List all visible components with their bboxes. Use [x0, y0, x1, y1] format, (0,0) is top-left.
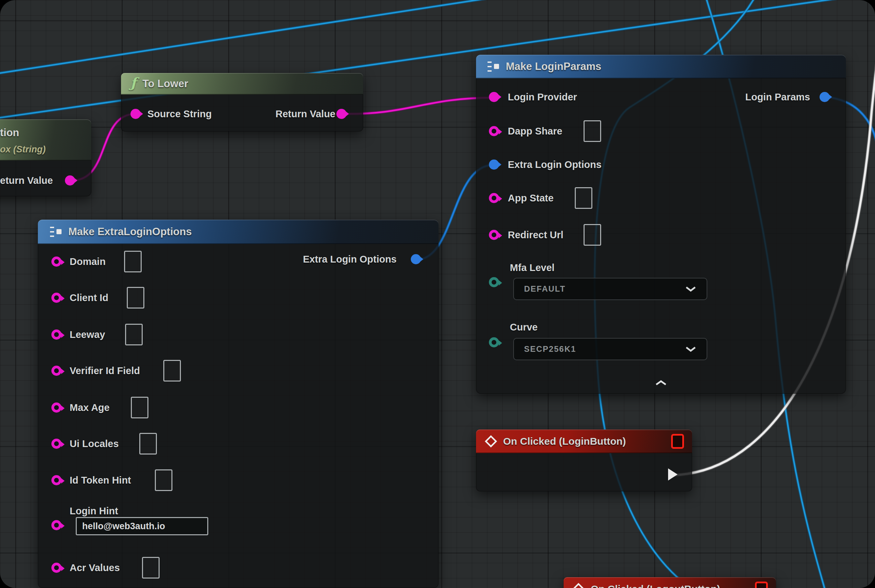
- acr-values-value-box[interactable]: [142, 557, 159, 579]
- pin-verifier-id-field[interactable]: [51, 366, 62, 376]
- wire-magenta-tolower-to-loginprovider: [343, 98, 494, 114]
- mfa-level-value: DEFAULT: [524, 284, 566, 294]
- pin-domain[interactable]: [51, 256, 62, 267]
- pin-label-client-id: Client Id: [70, 292, 108, 303]
- max-age-value-box[interactable]: [131, 397, 149, 418]
- id-token-hint-value-box[interactable]: [155, 470, 173, 491]
- node-make-loginparams-title: Make LoginParams: [506, 60, 601, 73]
- pin-leeway[interactable]: [51, 330, 62, 340]
- pin-label-verifier-id-field: Verifier Id Field: [70, 365, 140, 376]
- pin-login-hint[interactable]: [51, 520, 62, 530]
- exec-pin-out[interactable]: [668, 468, 678, 481]
- function-icon: ƒ: [131, 75, 136, 91]
- pin-app-state[interactable]: [489, 193, 499, 203]
- leeway-value-box[interactable]: [125, 324, 143, 345]
- node-onclicked-logoutbutton[interactable]: On Clicked (LogoutButton): [564, 577, 776, 588]
- pin-ui-locales[interactable]: [51, 439, 62, 449]
- pin-label-curve: Curve: [510, 322, 538, 333]
- pin-label-leeway: Leeway: [70, 329, 105, 340]
- pin-label-domain: Domain: [70, 256, 105, 267]
- chevron-down-icon: [685, 346, 696, 352]
- pin-label-login-params-out: Login Params: [745, 92, 810, 103]
- pin-mfa-level[interactable]: [489, 277, 499, 287]
- pin-curve[interactable]: [489, 337, 499, 347]
- pin-redirect-url[interactable]: [489, 230, 499, 240]
- node-make-extraloginoptions[interactable]: Make ExtraLoginOptions Extra Login Optio…: [38, 220, 439, 588]
- client-id-value-box[interactable]: [127, 287, 144, 309]
- curve-value: SECP256K1: [524, 344, 576, 354]
- pin-extra-login-options-in[interactable]: [489, 159, 499, 170]
- dapp-share-value-box[interactable]: [583, 120, 601, 142]
- make-struct-icon: [486, 60, 501, 73]
- node-partial-function[interactable]: tion ox (String) eturn Value: [0, 119, 91, 196]
- pin-login-provider[interactable]: [489, 92, 499, 102]
- pin-label-max-age: Max Age: [70, 402, 110, 413]
- node-make-loginparams-header[interactable]: Make LoginParams: [476, 55, 846, 78]
- pin-return-value-partial[interactable]: [65, 176, 75, 186]
- pin-dapp-share[interactable]: [489, 126, 499, 136]
- pin-label-mfa-level: Mfa Level: [510, 262, 555, 273]
- pin-label-login-provider: Login Provider: [508, 92, 577, 103]
- pin-label-extra-login-options-in: Extra Login Options: [508, 159, 601, 170]
- pin-max-age[interactable]: [51, 402, 62, 412]
- wire-blue-diagonal-top: [0, 0, 517, 74]
- pin-acr-values[interactable]: [51, 562, 62, 573]
- chevron-down-icon: [685, 285, 696, 292]
- pin-label-source-string: Source String: [147, 108, 212, 120]
- pin-label-return-value: Return Value: [275, 108, 335, 120]
- app-state-value-box[interactable]: [575, 187, 592, 209]
- pin-label-login-hint: Login Hint: [70, 506, 118, 517]
- domain-value-box[interactable]: [124, 251, 142, 272]
- node-onclicked-loginbutton-title: On Clicked (LoginButton): [503, 436, 626, 447]
- node-to-lower-header[interactable]: ƒ To Lower: [121, 73, 363, 94]
- collapse-chevron-icon[interactable]: [655, 380, 667, 386]
- redirect-url-value-box[interactable]: [583, 224, 601, 246]
- pin-label-return-value-partial: eturn Value: [0, 175, 53, 186]
- node-subtitle-fragment: ox (String): [0, 144, 46, 155]
- node-to-lower-title: To Lower: [142, 78, 188, 90]
- login-hint-input[interactable]: [76, 517, 208, 535]
- event-diamond-icon: [485, 435, 497, 447]
- node-onclicked-logoutbutton-title: On Clicked (LogoutButton): [591, 583, 720, 588]
- mfa-level-dropdown[interactable]: DEFAULT: [513, 278, 707, 300]
- event-binding-icon[interactable]: [755, 582, 768, 588]
- event-binding-icon[interactable]: [671, 434, 684, 449]
- node-to-lower[interactable]: ƒ To Lower Source String Return Value: [121, 73, 363, 132]
- graph-canvas[interactable]: tion ox (String) eturn Value ƒ To Lower …: [0, 0, 875, 588]
- pin-label-extra-login-options-out: Extra Login Options: [303, 254, 397, 265]
- make-struct-icon: [48, 225, 63, 238]
- node-onclicked-loginbutton[interactable]: On Clicked (LoginButton): [476, 429, 692, 491]
- pin-client-id[interactable]: [51, 292, 62, 303]
- ui-locales-value-box[interactable]: [139, 433, 157, 454]
- pin-id-token-hint[interactable]: [51, 475, 62, 485]
- node-make-extraloginoptions-title: Make ExtraLoginOptions: [68, 226, 192, 238]
- curve-dropdown[interactable]: SECP256K1: [513, 338, 707, 360]
- pin-source-string[interactable]: [131, 109, 141, 119]
- pin-label-redirect-url: Redirect Url: [508, 230, 563, 241]
- node-make-extraloginoptions-header[interactable]: Make ExtraLoginOptions: [38, 220, 439, 244]
- pin-extra-login-options-out[interactable]: [411, 254, 421, 264]
- event-diamond-icon: [573, 583, 585, 588]
- pin-label-app-state: App State: [508, 193, 553, 204]
- node-onclicked-loginbutton-header[interactable]: On Clicked (LoginButton): [476, 429, 692, 453]
- pin-label-id-token-hint: Id Token Hint: [70, 475, 131, 486]
- node-make-loginparams[interactable]: Make LoginParams Login Provider Login Pa…: [476, 55, 846, 394]
- pin-login-params-out[interactable]: [819, 92, 830, 102]
- node-onclicked-logoutbutton-header[interactable]: On Clicked (LogoutButton): [564, 577, 776, 588]
- pin-return-value[interactable]: [337, 109, 347, 119]
- pin-label-ui-locales: Ui Locales: [70, 438, 119, 450]
- node-title-fragment: tion: [0, 127, 19, 139]
- pin-label-dapp-share: Dapp Share: [508, 126, 562, 137]
- verifier-id-field-value-box[interactable]: [163, 360, 181, 381]
- pin-label-acr-values: Acr Values: [70, 562, 120, 573]
